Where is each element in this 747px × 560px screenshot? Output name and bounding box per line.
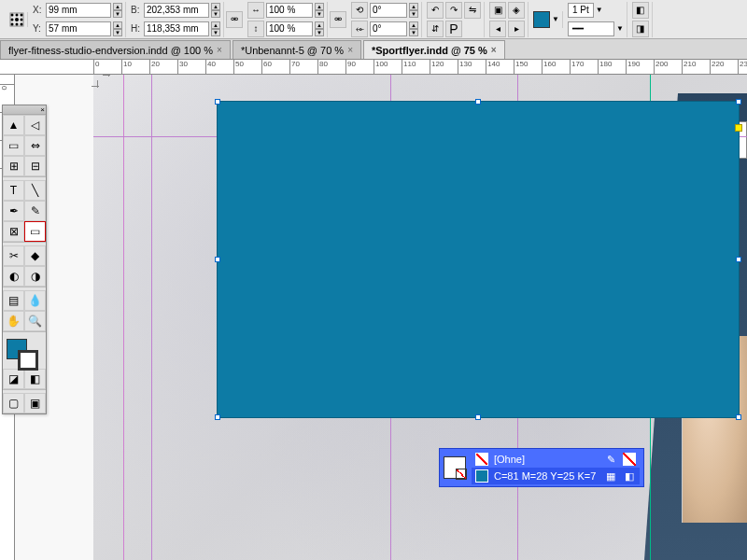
scissors-tool[interactable]: ✂ <box>3 245 24 266</box>
stroke-style-input[interactable]: ━━ <box>568 21 614 36</box>
color-swatch-icon <box>475 469 488 483</box>
scale-y-input[interactable] <box>266 21 313 36</box>
fill-stroke-proxy[interactable] <box>3 335 46 369</box>
scale-x-input[interactable] <box>266 3 313 18</box>
rot-spinner[interactable]: ▲▼ <box>409 3 418 18</box>
pen-tool[interactable]: ✒ <box>3 201 24 221</box>
sx-spinner[interactable]: ▲▼ <box>315 3 324 18</box>
content-collector-tool[interactable]: ⊞ <box>3 156 24 176</box>
dropdown-icon[interactable]: ▼ <box>616 24 624 33</box>
direct-selection-tool[interactable]: ◁ <box>24 115 46 135</box>
rotate-cw-icon[interactable]: ↷ <box>445 2 462 19</box>
normal-view-icon[interactable]: ▢ <box>3 393 24 413</box>
w-spinner[interactable]: ▲▼ <box>211 3 220 18</box>
tab-flyer-fitness[interactable]: flyer-fitness-studio-endversion.indd @ 1… <box>0 40 231 59</box>
sy-spinner[interactable]: ▲▼ <box>315 21 324 36</box>
select-content-icon[interactable]: ◈ <box>508 2 525 19</box>
panel-header[interactable]: × <box>3 105 46 115</box>
para-icon[interactable]: P <box>445 21 462 37</box>
selection-handle[interactable] <box>736 257 741 262</box>
content-placer-tool[interactable]: ⊟ <box>24 156 46 176</box>
selection-handle[interactable] <box>475 414 481 420</box>
tab-unbenannt[interactable]: *Unbenannt-5 @ 70 %× <box>233 40 361 59</box>
close-icon[interactable]: × <box>347 45 353 55</box>
h-spinner[interactable]: ▲▼ <box>211 21 220 36</box>
rotate-input[interactable] <box>370 3 407 18</box>
effects-icon[interactable]: ◧ <box>632 2 649 19</box>
height-input[interactable] <box>144 21 209 36</box>
fill-swatch[interactable] <box>533 11 550 28</box>
pencil-tool[interactable]: ✎ <box>24 201 46 221</box>
close-icon[interactable]: × <box>217 45 222 55</box>
flip-h-icon[interactable]: ⇋ <box>464 2 481 19</box>
constrain-icon[interactable]: ⚮ <box>226 11 243 28</box>
y-input[interactable] <box>46 21 111 36</box>
line-tool[interactable]: ╲ <box>24 180 46 201</box>
effects2-icon[interactable]: ◨ <box>632 21 649 37</box>
rotate-ccw-icon[interactable]: ↶ <box>427 2 444 19</box>
canvas[interactable]: 0102030 WIF <box>0 75 747 560</box>
fill-stroke-proxy[interactable] <box>444 456 466 479</box>
close-icon[interactable]: × <box>40 105 45 114</box>
tab-sportflyer[interactable]: *Sportflyer.indd @ 75 %× <box>363 40 505 59</box>
apply-gradient-icon[interactable]: ◧ <box>24 369 46 389</box>
selection-tool[interactable]: ▲ <box>3 115 24 135</box>
apply-color-icon[interactable]: ◪ <box>3 369 24 389</box>
shear-input[interactable] <box>370 21 407 36</box>
note-tool[interactable]: ▤ <box>3 290 24 311</box>
gradient-swatch-tool[interactable]: ◐ <box>3 266 24 287</box>
pencil-icon[interactable]: ✎ <box>604 453 617 466</box>
tools-panel[interactable]: × ▲◁ ▭⇔ ⊞⊟ T╲ ✒✎ ⊠▭ ✂◆ ◐◑ ▤💧 ✋🔍 ◪◧ ▢▣ <box>2 105 47 414</box>
document-page[interactable]: WIF <box>93 75 747 560</box>
selection-handle[interactable] <box>215 414 220 420</box>
svg-point-4 <box>11 18 14 21</box>
x-spinner[interactable]: ▲▼ <box>113 3 122 18</box>
swatch-none-row[interactable]: [Ohne] ✎ <box>472 451 640 468</box>
selection-handle[interactable] <box>736 414 741 420</box>
dropdown-icon[interactable]: ▼ <box>596 6 603 14</box>
width-input[interactable] <box>144 3 209 18</box>
dropdown-icon[interactable]: ▼ <box>552 15 559 23</box>
guide-vertical[interactable] <box>123 75 124 560</box>
gap-tool[interactable]: ⇔ <box>24 135 46 156</box>
y-label: Y: <box>33 23 44 34</box>
live-corner-handle[interactable] <box>735 124 742 132</box>
guide-vertical[interactable] <box>151 75 152 560</box>
selection-handle[interactable] <box>215 257 220 262</box>
x-label: X: <box>33 5 44 15</box>
rectangle-frame-tool[interactable]: ⊠ <box>3 221 24 242</box>
selection-handle[interactable] <box>475 99 481 105</box>
shear-icon: ⬰ <box>351 21 368 37</box>
x-input[interactable] <box>46 3 111 18</box>
none-icon <box>623 453 636 466</box>
horizontal-ruler[interactable]: 0102030405060708090100110120130140150160… <box>0 60 747 75</box>
page-tool[interactable]: ▭ <box>3 135 24 156</box>
free-transform-tool[interactable]: ◆ <box>24 245 46 266</box>
swatches-popup[interactable]: [Ohne] ✎ C=81 M=28 Y=25 K=7 ▦ ◧ <box>439 448 644 487</box>
select-container-icon[interactable]: ▣ <box>489 2 506 19</box>
eyedropper-tool[interactable]: 💧 <box>24 290 46 311</box>
rectangle-tool[interactable]: ▭ <box>24 221 46 242</box>
stroke-weight-input[interactable]: 1 Pt <box>568 3 594 18</box>
selection-handle[interactable] <box>215 99 220 105</box>
stroke-color[interactable] <box>18 350 38 371</box>
y-spinner[interactable]: ▲▼ <box>113 21 122 36</box>
hand-tool[interactable]: ✋ <box>3 311 24 331</box>
type-tool[interactable]: T <box>3 180 24 201</box>
close-icon[interactable]: × <box>491 45 497 55</box>
reference-point[interactable] <box>4 12 28 27</box>
svg-point-9 <box>21 22 23 25</box>
shear-spinner[interactable]: ▲▼ <box>409 21 418 36</box>
swatch-color-row[interactable]: C=81 M=28 Y=25 K=7 ▦ ◧ <box>472 468 640 484</box>
constrain-scale-icon[interactable]: ⚮ <box>330 11 346 28</box>
crop-mark <box>92 80 103 91</box>
selection-handle[interactable] <box>736 99 741 105</box>
select-next-icon[interactable]: ▸ <box>508 21 525 37</box>
svg-point-7 <box>11 22 14 25</box>
zoom-tool[interactable]: 🔍 <box>24 311 46 331</box>
flip-v-icon[interactable]: ⇵ <box>427 21 444 37</box>
preview-view-icon[interactable]: ▣ <box>24 393 46 413</box>
select-prev-icon[interactable]: ◂ <box>489 21 506 37</box>
selected-rectangle[interactable] <box>217 101 740 418</box>
gradient-feather-tool[interactable]: ◑ <box>24 266 46 287</box>
